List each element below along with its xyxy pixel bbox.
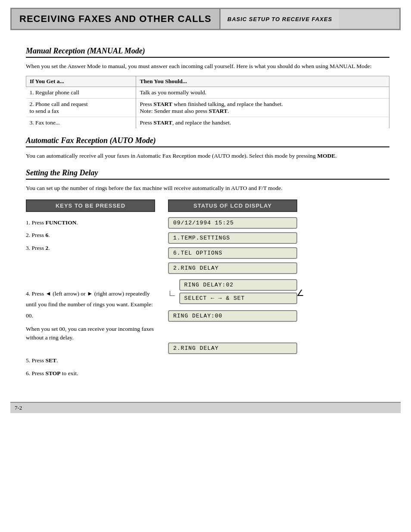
step6-key: STOP bbox=[45, 370, 60, 376]
step-5: 5. Press SET. bbox=[26, 355, 155, 366]
step-2: 2. Press 6. bbox=[26, 230, 155, 241]
section-title-manual: Manual Reception (MANUAL Mode) bbox=[26, 47, 389, 58]
lcd-display-2: 1.TEMP.SETTINGS bbox=[168, 232, 297, 244]
step-6: 6. Press STOP to exit. bbox=[26, 368, 155, 379]
table-header-col1: If You Get a... bbox=[26, 76, 136, 87]
lcd-header: STATUS OF LCD DISPLAY bbox=[168, 199, 297, 212]
table-row: 3. Fax tone... Press START, and replace … bbox=[26, 117, 389, 129]
steps-list: 1. Press FUNCTION. 2. Press 6. 3. Press … bbox=[26, 217, 155, 379]
table-cell-then1: Talk as you normally would. bbox=[136, 87, 389, 99]
page-header: RECEIVING FAXES AND OTHER CALLS BASIC SE… bbox=[10, 8, 401, 30]
header-main-title: RECEIVING FAXES AND OTHER CALLS bbox=[12, 9, 221, 29]
lcd-bracket-inner: RING DELAY:02 SELECT ← → & SET bbox=[179, 279, 297, 307]
lcd-display-6: SELECT ← → & SET bbox=[179, 292, 297, 304]
step4-text: 4. Press ◄ (left arrow) or ► (right arro… bbox=[26, 290, 153, 319]
lcd-column: STATUS OF LCD DISPLAY 09/12/1994 15:25 1… bbox=[168, 199, 297, 357]
step2-key: 6 bbox=[45, 232, 48, 238]
manual-table: If You Get a... Then You Should... 1. Re… bbox=[26, 76, 389, 128]
step-4: 4. Press ◄ (left arrow) or ► (right arro… bbox=[26, 288, 155, 342]
step3-key: 2 bbox=[45, 245, 48, 251]
auto-body: You can automatically receive all your f… bbox=[26, 152, 389, 160]
table-cell-if1: 1. Regular phone call bbox=[26, 87, 136, 99]
table-header-col2: Then You Should... bbox=[136, 76, 389, 87]
lcd-bracket-group: ∟ RING DELAY:02 SELECT ← → & SET ∠ bbox=[168, 279, 297, 307]
table-cell-if3: 3. Fax tone... bbox=[26, 117, 136, 129]
table-cell-then3: Press START, and replace the handset. bbox=[136, 117, 389, 129]
lcd-display-4: 2.RING DELAY bbox=[168, 262, 297, 274]
step-3: 3. Press 2. bbox=[26, 243, 155, 254]
step4-note: When you set 00, you can receive your in… bbox=[26, 325, 155, 342]
bracket-left-arrow: ∟ bbox=[168, 279, 177, 307]
lcd-display-7: RING DELAY:00 bbox=[168, 310, 297, 322]
header-sub-title: BASIC SETUP TO RECEIVE FAXES bbox=[221, 9, 339, 29]
lcd-display-5: RING DELAY:02 bbox=[179, 279, 297, 291]
keys-header: KEYS TO BE PRESSED bbox=[26, 199, 155, 212]
page-number: 7-2 bbox=[15, 404, 22, 411]
ring-delay-body: You can set up the number of rings befor… bbox=[26, 184, 389, 193]
table-row: 2. Phone call and requestto send a fax P… bbox=[26, 99, 389, 117]
step5-key: SET bbox=[45, 357, 56, 364]
keys-column: KEYS TO BE PRESSED 1. Press FUNCTION. 2.… bbox=[26, 199, 155, 381]
table-cell-if2: 2. Phone call and requestto send a fax bbox=[26, 99, 136, 117]
table-row: 1. Regular phone call Talk as you normal… bbox=[26, 87, 389, 99]
lcd-display-step5: 2.RING DELAY bbox=[168, 342, 297, 354]
step-1: 1. Press FUNCTION. bbox=[26, 217, 155, 228]
table-cell-then2: Press START when finished talking, and r… bbox=[136, 99, 389, 117]
lcd-displays: 09/12/1994 15:25 1.TEMP.SETTINGS 6.TEL O… bbox=[168, 217, 297, 357]
bracket-right-arrow: ∠ bbox=[296, 288, 304, 298]
step1-key: FUNCTION bbox=[45, 219, 76, 226]
lcd-display-1: 09/12/1994 15:25 bbox=[168, 217, 297, 229]
keys-lcd-layout: KEYS TO BE PRESSED 1. Press FUNCTION. 2.… bbox=[26, 199, 389, 381]
section-title-auto: Automatic Fax Reception (AUTO Mode) bbox=[26, 136, 389, 147]
section-title-ring: Setting the Ring Delay bbox=[26, 168, 389, 180]
page-footer: 7-2 bbox=[10, 402, 401, 413]
manual-intro: When you set the Answer Mode to manual, … bbox=[26, 62, 389, 71]
lcd-display-3: 6.TEL OPTIONS bbox=[168, 247, 297, 259]
main-content: Manual Reception (MANUAL Mode) When you … bbox=[0, 34, 411, 389]
